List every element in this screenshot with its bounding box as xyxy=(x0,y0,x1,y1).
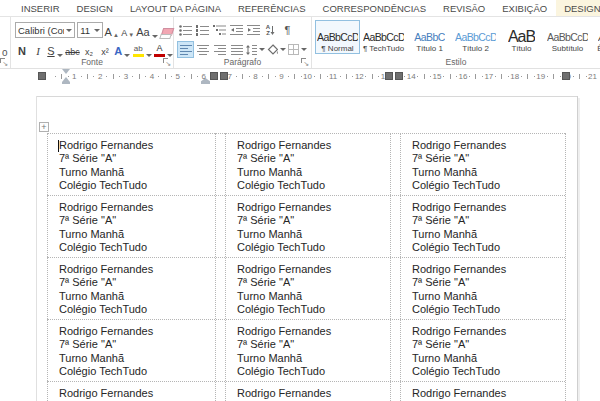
ruler-number: 16 xyxy=(459,72,468,81)
ruler-tick xyxy=(521,76,522,77)
show-paragraph-marks-button[interactable]: ¶ xyxy=(280,23,295,38)
underline-button[interactable]: S xyxy=(47,42,63,57)
label-line: Colégio TechTudo xyxy=(59,365,215,378)
font-name-combobox[interactable]: Calibri (Corp xyxy=(15,22,75,38)
label-line: Colégio TechTudo xyxy=(412,241,565,254)
shrink-font-button[interactable]: A▼ xyxy=(121,23,135,38)
style-chip-t-tulo-1[interactable]: AaBbCTítulo 1 xyxy=(407,20,452,54)
ribbon-tab-correspond-ncias[interactable]: CORRESPONDÊNCIAS xyxy=(315,0,434,16)
style-chip-subt-tulo[interactable]: AaBbCcDSubtítulo xyxy=(545,20,590,54)
chevron-down-icon[interactable] xyxy=(66,29,72,32)
increase-indent-button[interactable] xyxy=(246,23,261,38)
strikethrough-button[interactable]: abc xyxy=(65,42,80,57)
ruler-tick xyxy=(184,76,185,77)
borders-button[interactable] xyxy=(288,42,307,57)
clear-formatting-button[interactable] xyxy=(159,23,173,38)
align-center-button[interactable] xyxy=(195,42,210,57)
label-text-block: Rodrigo Fernandes7ª Série "A"Turno Manhã… xyxy=(400,257,565,317)
style-chip-t-tulo-2[interactable]: AaBbCcDTítulo 2 xyxy=(453,20,498,54)
label-line: Rodrigo Fernandes xyxy=(412,325,565,338)
first-line-indent-marker[interactable] xyxy=(62,69,70,74)
table-gridline-vertical xyxy=(390,133,391,401)
label-cell-r2c1[interactable]: Rodrigo Fernandes7ª Série "A"Turno Manhã… xyxy=(47,195,215,257)
sort-button[interactable]: A Z xyxy=(263,23,278,38)
ribbon-tab-refer-ncias[interactable]: REFERÊNCIAS xyxy=(230,0,314,16)
bullets-button[interactable] xyxy=(178,23,193,38)
table-column-marker[interactable] xyxy=(38,72,46,80)
label-line: 7ª Série "A" xyxy=(237,276,390,289)
style-chip-nfase-s[interactable]: AaBbCÊnfase S xyxy=(591,20,600,54)
label-cell-r3c3[interactable]: Rodrigo Fernandes7ª Série "A"Turno Manhã… xyxy=(400,257,565,319)
text-highlight-button[interactable]: ab xyxy=(133,42,152,57)
ribbon-tab-design-contextual[interactable]: DESIGN xyxy=(556,0,600,16)
text-effects-button[interactable]: A xyxy=(114,42,130,57)
ribbon-tab-revis-o[interactable]: REVISÃO xyxy=(435,0,493,16)
labels-table[interactable]: + Rodrigo Fernandes7ª Série "A"Turno Man… xyxy=(47,133,565,401)
ribbon-tab-layout-da-p-gina[interactable]: LAYOUT DA PÁGINA xyxy=(122,0,229,16)
table-column-marker[interactable] xyxy=(395,72,403,80)
ruler-number: 4 xyxy=(150,72,154,81)
font-color-button[interactable]: A xyxy=(154,42,173,57)
multilevel-list-button[interactable] xyxy=(212,23,227,38)
clipboard-dialog-launcher-icon[interactable] xyxy=(0,57,8,66)
decrease-indent-button[interactable] xyxy=(229,23,244,38)
table-column-marker[interactable] xyxy=(562,72,570,80)
align-right-button[interactable] xyxy=(212,42,227,57)
style-chip-label: Título 1 xyxy=(416,44,443,53)
label-text-block: Rodrigo Fernandes7ª Série "A"Turno Manhã… xyxy=(225,257,390,317)
shading-button[interactable] xyxy=(267,42,286,57)
grow-font-button[interactable]: A▲ xyxy=(105,23,119,38)
ruler-number: 15 xyxy=(433,72,442,81)
chevron-down-icon[interactable] xyxy=(94,29,100,32)
label-cell-r2c2[interactable]: Rodrigo Fernandes7ª Série "A"Turno Manhã… xyxy=(225,195,390,257)
label-cell-r5c3[interactable]: Rodrigo Fernandes7ª Série "A"Turno Manhã… xyxy=(400,381,565,401)
style-chip-normal[interactable]: AaBbCcDc¶ Normal xyxy=(315,20,360,54)
label-cell-r5c2[interactable]: Rodrigo Fernandes7ª Série "A"Turno Manhã… xyxy=(225,381,390,401)
style-chip-label: Título 2 xyxy=(462,44,489,53)
table-column-marker[interactable] xyxy=(385,72,393,80)
font-size-combobox[interactable]: 11 xyxy=(77,22,102,38)
label-cell-r4c3[interactable]: Rodrigo Fernandes7ª Série "A"Turno Manhã… xyxy=(400,319,565,381)
label-cell-r1c1[interactable]: Rodrigo Fernandes7ª Série "A"Turno Manhã… xyxy=(47,133,215,195)
text-cursor xyxy=(58,140,59,152)
numbering-button[interactable] xyxy=(195,23,210,38)
paragraph-dialog-launcher-icon[interactable] xyxy=(300,57,309,66)
label-cell-r1c2[interactable]: Rodrigo Fernandes7ª Série "A"Turno Manhã… xyxy=(225,133,390,195)
ribbon-tab-design[interactable]: DESIGN xyxy=(69,0,121,16)
label-line: Turno Manhã xyxy=(237,352,390,365)
label-cell-r2c3[interactable]: Rodrigo Fernandes7ª Série "A"Turno Manhã… xyxy=(400,195,565,257)
line-spacing-button[interactable] xyxy=(246,42,265,57)
superscript-button[interactable]: x² xyxy=(98,42,112,57)
table-move-handle[interactable]: + xyxy=(39,122,49,132)
table-column-marker[interactable] xyxy=(210,72,218,80)
label-cell-r5c1[interactable]: Rodrigo Fernandes7ª Série "A"Turno Manhã… xyxy=(47,381,215,401)
font-dialog-launcher-icon[interactable] xyxy=(162,57,171,66)
table-column-marker[interactable] xyxy=(220,72,228,80)
bold-button[interactable]: N xyxy=(15,42,29,57)
ruler-tick xyxy=(430,76,431,77)
subscript-button[interactable]: x₂ xyxy=(82,42,96,57)
ruler-tick xyxy=(113,74,114,79)
align-center-icon xyxy=(197,45,209,55)
label-cell-r4c1[interactable]: Rodrigo Fernandes7ª Série "A"Turno Manhã… xyxy=(47,319,215,381)
change-case-button[interactable]: Aa xyxy=(137,23,157,38)
chevron-down-icon xyxy=(152,35,158,38)
label-cell-r3c1[interactable]: Rodrigo Fernandes7ª Série "A"Turno Manhã… xyxy=(47,257,215,319)
ruler-tick xyxy=(553,74,554,79)
label-text-block: Rodrigo Fernandes7ª Série "A"Turno Manhã… xyxy=(47,319,215,379)
label-cell-r1c3[interactable]: Rodrigo Fernandes7ª Série "A"Turno Manhã… xyxy=(400,133,565,195)
label-line: Colégio TechTudo xyxy=(412,179,565,192)
italic-button[interactable]: I xyxy=(31,42,45,57)
align-left-button[interactable] xyxy=(178,42,193,57)
ribbon-tab-inserir[interactable]: INSERIR xyxy=(13,0,68,16)
ruler-tick xyxy=(262,76,263,77)
justify-button[interactable] xyxy=(229,42,244,57)
ribbon-tab-exibi-o[interactable]: EXIBIÇÃO xyxy=(494,0,555,16)
label-cell-r4c2[interactable]: Rodrigo Fernandes7ª Série "A"Turno Manhã… xyxy=(225,319,390,381)
style-chip-techtudo[interactable]: AaBbCcD¶ TechTudo xyxy=(361,20,406,54)
style-chip-t-tulo[interactable]: AaBTítulo xyxy=(499,20,544,54)
ruler-tick xyxy=(301,76,302,77)
label-cell-r3c2[interactable]: Rodrigo Fernandes7ª Série "A"Turno Manhã… xyxy=(225,257,390,319)
document-area[interactable]: + Rodrigo Fernandes7ª Série "A"Turno Man… xyxy=(0,84,600,401)
label-line: 7ª Série "A" xyxy=(412,276,565,289)
